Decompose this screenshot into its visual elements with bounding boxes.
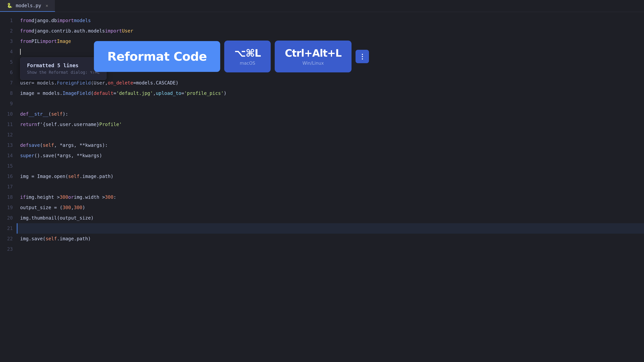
formatted-tooltip: Formatted 5 lines Show the Reformat dial… bbox=[20, 57, 106, 80]
line-number: 1 bbox=[0, 15, 13, 26]
line-number: 8 bbox=[0, 88, 13, 98]
line-number: 13 bbox=[0, 140, 13, 150]
code-token: f' bbox=[37, 119, 43, 130]
code-line: def __str__(self): bbox=[17, 109, 644, 119]
code-line: user = models.ForeignField(User, on_dele… bbox=[17, 78, 644, 88]
line-number: 19 bbox=[0, 202, 13, 213]
code-token: ( bbox=[48, 109, 51, 119]
code-line: from django.contrib.auth.models import U… bbox=[17, 26, 644, 36]
line-number: 15 bbox=[0, 161, 13, 171]
line-number: 6 bbox=[0, 67, 13, 78]
code-line bbox=[17, 223, 644, 234]
tooltip-subtitle: Show the Reformat dialog: ⌥⇧⌘L bbox=[27, 70, 100, 75]
code-area: 1234567891011121314151617181920212223 fr… bbox=[0, 12, 644, 362]
code-token: upload_to bbox=[156, 88, 181, 98]
code-token: img.height > bbox=[26, 192, 60, 202]
code-line: img.thumbnail(output_size) bbox=[17, 213, 644, 223]
mac-shortcut-button[interactable]: ⌥⌘L macOS bbox=[224, 40, 271, 72]
line-number: 5 bbox=[0, 57, 13, 67]
reformat-code-button[interactable]: Reformat Code bbox=[94, 41, 220, 72]
code-token: 300 bbox=[60, 192, 68, 202]
editor-container: 🐍 models.py × 12345678910111213141516171… bbox=[0, 0, 644, 362]
code-line bbox=[17, 98, 644, 109]
code-line: def save(self, *args, **kwargs): bbox=[17, 140, 644, 150]
code-line bbox=[17, 244, 644, 254]
python-icon: 🐍 bbox=[7, 3, 13, 9]
code-token: import bbox=[57, 15, 74, 26]
line-number: 7 bbox=[0, 78, 13, 88]
line-number: 18 bbox=[0, 192, 13, 202]
code-token: Image bbox=[57, 36, 71, 46]
tab-bar: 🐍 models.py × bbox=[0, 0, 644, 12]
win-os-label: Win/Linux bbox=[302, 61, 324, 66]
code-token: or bbox=[68, 192, 74, 202]
line-number: 4 bbox=[0, 46, 13, 57]
mac-os-label: macOS bbox=[240, 61, 256, 66]
code-token: self bbox=[46, 234, 57, 244]
code-token: import bbox=[105, 26, 122, 36]
code-token: image = models. bbox=[20, 88, 62, 98]
mac-keys: ⌥⌘L bbox=[234, 47, 260, 59]
code-token: Profile' bbox=[99, 119, 122, 130]
code-line: from django.db import models bbox=[17, 15, 644, 26]
code-token: __str__ bbox=[29, 109, 48, 119]
code-token: super bbox=[20, 150, 34, 161]
code-token: = bbox=[113, 88, 116, 98]
code-token: .image.path) bbox=[80, 171, 113, 182]
code-line bbox=[17, 182, 644, 192]
line-number: 12 bbox=[0, 130, 13, 140]
code-token: save bbox=[29, 140, 40, 150]
code-token: from bbox=[20, 15, 31, 26]
code-line bbox=[17, 130, 644, 140]
win-shortcut-button[interactable]: Ctrl+Alt+L Win/Linux bbox=[275, 40, 351, 72]
code-token: django.contrib.auth.models bbox=[31, 26, 105, 36]
win-keys: Ctrl+Alt+L bbox=[285, 47, 341, 59]
code-token: {self.user.username} bbox=[43, 119, 99, 130]
code-line: super().save(*args, **kwargs) bbox=[17, 150, 644, 161]
code-line: image = models.ImageField(default='defau… bbox=[17, 88, 644, 98]
code-token: return bbox=[20, 119, 37, 130]
code-token: self bbox=[43, 140, 54, 150]
line-number: 21 bbox=[0, 223, 13, 234]
code-token: 300 bbox=[105, 192, 114, 202]
line-number: 14 bbox=[0, 150, 13, 161]
line-number: 2 bbox=[0, 26, 13, 36]
code-token: models bbox=[74, 15, 91, 26]
code-token: django.db bbox=[31, 15, 57, 26]
line-number: 10 bbox=[0, 109, 13, 119]
code-token: User bbox=[122, 26, 133, 36]
code-token: img.width > bbox=[74, 192, 105, 202]
reformat-label: Reformat Code bbox=[107, 49, 207, 63]
code-token: output_size = ( bbox=[20, 202, 62, 213]
code-token: 300 bbox=[74, 202, 82, 213]
code-token: ) bbox=[224, 88, 226, 98]
code-token: = bbox=[181, 88, 184, 98]
code-token: PIL bbox=[31, 36, 40, 46]
line-number: 16 bbox=[0, 171, 13, 182]
code-token: ().save(*args, **kwargs) bbox=[34, 150, 102, 161]
tab-filename: models.py bbox=[16, 3, 41, 8]
tab-close-button[interactable]: × bbox=[46, 3, 48, 8]
code-token: .image.path) bbox=[57, 234, 91, 244]
line-number: 9 bbox=[0, 98, 13, 109]
code-line: return f'{self.user.username} Profile' bbox=[17, 119, 644, 130]
code-token: img.thumbnail(output_size) bbox=[20, 213, 94, 223]
line-number: 20 bbox=[0, 213, 13, 223]
code-token: import bbox=[40, 36, 57, 46]
code-token: ImageField bbox=[62, 88, 91, 98]
line-number: 17 bbox=[0, 182, 13, 192]
code-token: from bbox=[20, 36, 31, 46]
code-token: 'default.jpg' bbox=[116, 88, 153, 98]
code-token: def bbox=[20, 140, 29, 150]
code-token: ( bbox=[91, 88, 94, 98]
code-token: ): bbox=[62, 109, 68, 119]
code-token: if bbox=[20, 192, 26, 202]
line-number: 23 bbox=[0, 244, 13, 254]
code-token: self bbox=[68, 171, 80, 182]
code-token: img = Image.open( bbox=[20, 171, 68, 182]
code-token: 'profile_pics' bbox=[184, 88, 224, 98]
code-token: default bbox=[94, 88, 113, 98]
text-cursor bbox=[20, 49, 21, 55]
file-tab[interactable]: 🐍 models.py × bbox=[0, 0, 55, 12]
more-options-button[interactable]: ⋮ bbox=[356, 50, 369, 63]
